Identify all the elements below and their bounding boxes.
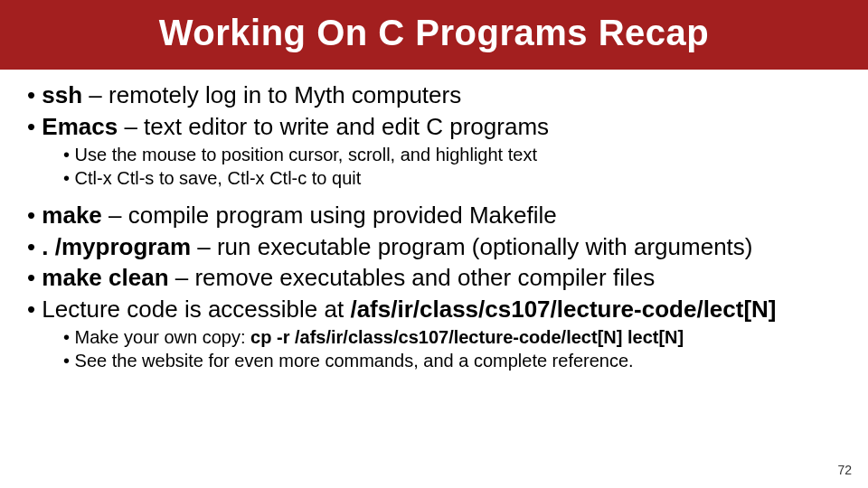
desc-emacs: – text editor to write and edit C progra… [118,113,549,140]
sub-copy-cmd: cp -r /afs/ir/class/cs107/lecture-code/l… [250,327,684,347]
cmd-ssh: ssh [42,81,82,108]
bullet-emacs: Emacs – text editor to write and edit C … [27,112,841,142]
slide: { "title": "Working On C Programs Recap"… [0,0,868,488]
cmd-emacs: Emacs [42,113,118,140]
lecture-code-pre: Lecture code is accessible at [42,296,350,323]
bullet-lecture-code: Lecture code is accessible at /afs/ir/cl… [27,295,841,324]
desc-make: – compile program using provided Makefil… [102,202,557,229]
bullet-run: . /myprogram – run executable program (o… [27,232,841,262]
cmd-make: make [42,202,102,229]
sub-copy: Make your own copy: cp -r /afs/ir/class/… [63,325,841,349]
bullet-list: ssh – remotely log in to Myth computers … [27,80,841,141]
desc-run: – run executable program (optionally wit… [191,233,752,260]
cmd-make-clean: make clean [42,264,168,291]
slide-body: ssh – remotely log in to Myth computers … [0,70,868,372]
bullet-make-clean: make clean – remove executables and othe… [27,263,841,293]
sublist-lecture: Make your own copy: cp -r /afs/ir/class/… [63,325,841,372]
page-number: 72 [837,463,852,477]
sublist-emacs: Use the mouse to position cursor, scroll… [63,143,841,190]
bullet-make: make – compile program using provided Ma… [27,201,841,230]
lecture-code-path: /afs/ir/class/cs107/lecture-code/lect[N] [350,296,776,323]
desc-make-clean: – remove executables and other compiler … [169,264,656,291]
cmd-run: . /myprogram [42,233,191,260]
slide-title: Working On C Programs Recap [0,0,868,70]
sub-copy-pre: Make your own copy: [75,327,251,347]
sub-emacs-keys: Ctl-x Ctl-s to save, Ctl-x Ctl-c to quit [63,166,841,190]
sub-website: See the website for even more commands, … [63,349,841,372]
bullet-ssh: ssh – remotely log in to Myth computers [27,80,841,110]
sub-emacs-mouse: Use the mouse to position cursor, scroll… [63,143,841,166]
bullet-list-2: make – compile program using provided Ma… [27,201,841,324]
desc-ssh: – remotely log in to Myth computers [82,81,461,108]
